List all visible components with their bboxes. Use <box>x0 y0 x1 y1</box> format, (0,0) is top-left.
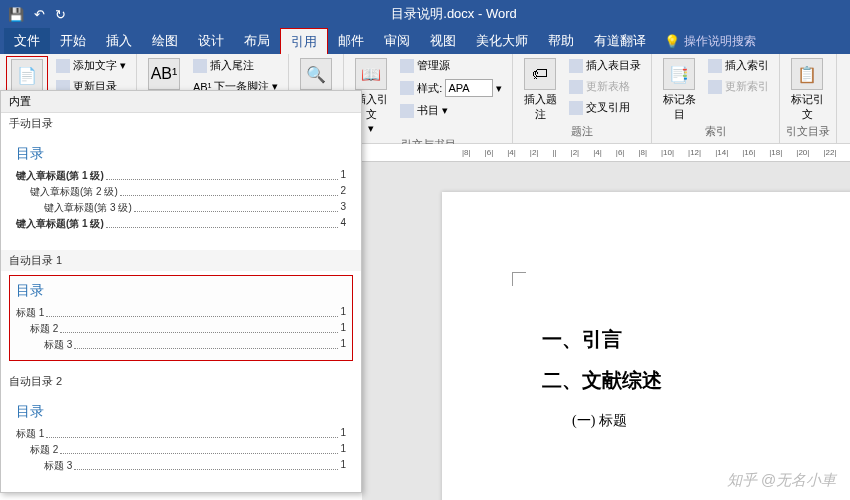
cross-reference-button[interactable]: 交叉引用 <box>565 98 645 117</box>
group-label-auth: 引文目录 <box>786 124 830 141</box>
auto-toc-2-label: 自动目录 2 <box>1 371 361 392</box>
doc-heading-1[interactable]: 一、引言 <box>542 326 850 353</box>
tell-me-label: 操作说明搜索 <box>684 33 756 50</box>
style-input[interactable] <box>445 79 493 97</box>
search-icon: 🔍 <box>300 58 332 90</box>
auto-toc-1-preview[interactable]: 目录 标题 11标题 21标题 31 <box>9 275 353 361</box>
save-icon[interactable]: 💾 <box>8 7 24 22</box>
group-label-caption: 题注 <box>519 124 645 141</box>
citation-style-select[interactable]: 样式: ▾ <box>396 77 506 99</box>
citation-icon: 📖 <box>355 58 387 90</box>
auth-icon: 📋 <box>791 58 823 90</box>
toc-line: 标题 11 <box>16 427 346 441</box>
title-bar: 💾 ↶ ↻ 目录说明.docx - Word <box>0 0 850 28</box>
tab-references[interactable]: 引用 <box>280 28 328 54</box>
update-table-button[interactable]: 更新表格 <box>565 77 645 96</box>
tab-beautify[interactable]: 美化大师 <box>466 28 538 54</box>
doc-heading-2[interactable]: 二、文献综述 <box>542 367 850 394</box>
manual-toc-preview[interactable]: 目录 键入章标题(第 1 级)1键入章标题(第 2 级)2键入章标题(第 3 级… <box>9 138 353 240</box>
update-index-icon <box>708 80 722 94</box>
update-tbl-icon <box>569 80 583 94</box>
toc-line: 标题 11 <box>16 306 346 320</box>
endnote-icon <box>193 59 207 73</box>
group-authorities: 📋 标记引文 引文目录 <box>780 54 837 143</box>
quick-access-toolbar: 💾 ↶ ↻ <box>8 7 66 22</box>
toc-line: 标题 21 <box>16 322 346 336</box>
tab-view[interactable]: 视图 <box>420 28 466 54</box>
toc-dropdown-panel: 内置 手动目录 目录 键入章标题(第 1 级)1键入章标题(第 2 级)2键入章… <box>0 90 362 493</box>
toc-line: 标题 31 <box>16 338 346 352</box>
doc-subheading[interactable]: (一) 标题 <box>572 412 850 430</box>
toc-line: 键入章标题(第 1 级)1 <box>16 169 346 183</box>
update-index-button[interactable]: 更新索引 <box>704 77 773 96</box>
tab-insert[interactable]: 插入 <box>96 28 142 54</box>
mark-citation-button[interactable]: 📋 标记引文 <box>786 56 828 124</box>
document-page[interactable]: 一、引言 二、文献综述 (一) 标题 <box>442 192 850 500</box>
auto-toc-2-preview[interactable]: 目录 标题 11标题 21标题 31 <box>9 396 353 482</box>
manage-sources-button[interactable]: 管理源 <box>396 56 506 75</box>
group-index: 📑 标记条目 插入索引 更新索引 索引 <box>652 54 780 143</box>
redo-icon[interactable]: ↻ <box>55 7 66 22</box>
insert-endnote-button[interactable]: 插入尾注 <box>189 56 282 75</box>
insert-caption-button[interactable]: 🏷 插入题注 <box>519 56 561 124</box>
auto-toc-1-label: 自动目录 1 <box>1 250 361 271</box>
insert-figure-toc-button[interactable]: 插入表目录 <box>565 56 645 75</box>
bibliography-button[interactable]: 书目 ▾ <box>396 101 506 120</box>
tab-draw[interactable]: 绘图 <box>142 28 188 54</box>
menu-bar: 文件 开始 插入 绘图 设计 布局 引用 邮件 审阅 视图 美化大师 帮助 有道… <box>0 28 850 54</box>
footnote-icon: AB¹ <box>148 58 180 90</box>
toc-heading: 目录 <box>16 403 346 421</box>
tab-layout[interactable]: 布局 <box>234 28 280 54</box>
tell-me-search[interactable]: 💡 操作说明搜索 <box>664 28 756 54</box>
tab-mailings[interactable]: 邮件 <box>328 28 374 54</box>
horizontal-ruler[interactable]: |8||6||4||2||||2||4||6||8||10||12||14||1… <box>362 144 850 162</box>
add-text-icon <box>56 59 70 73</box>
insert-index-button[interactable]: 插入索引 <box>704 56 773 75</box>
tab-help[interactable]: 帮助 <box>538 28 584 54</box>
group-label-index: 索引 <box>658 124 773 141</box>
tab-design[interactable]: 设计 <box>188 28 234 54</box>
mark-entry-button[interactable]: 📑 标记条目 <box>658 56 700 124</box>
biblio-icon <box>400 104 414 118</box>
manual-toc-label: 手动目录 <box>1 113 361 134</box>
index-icon: 📑 <box>663 58 695 90</box>
tab-review[interactable]: 审阅 <box>374 28 420 54</box>
group-captions: 🏷 插入题注 插入表目录 更新表格 交叉引用 题注 <box>513 54 652 143</box>
fig-toc-icon <box>569 59 583 73</box>
toc-line: 键入章标题(第 3 级)3 <box>16 201 346 215</box>
window-title: 目录说明.docx - Word <box>66 5 842 23</box>
tab-home[interactable]: 开始 <box>50 28 96 54</box>
tab-file[interactable]: 文件 <box>4 28 50 54</box>
dropdown-builtin-header: 内置 <box>1 91 361 113</box>
undo-icon[interactable]: ↶ <box>34 7 45 22</box>
toc-heading: 目录 <box>16 145 346 163</box>
add-text-button[interactable]: 添加文字 ▾ <box>52 56 130 75</box>
group-citations: 📖 插入引文▾ 管理源 样式: ▾ 书目 ▾ 引文与书目 <box>344 54 513 143</box>
bulb-icon: 💡 <box>664 34 680 49</box>
watermark: 知乎 @无名小車 <box>727 471 836 490</box>
tab-translate[interactable]: 有道翻译 <box>584 28 656 54</box>
crop-mark <box>512 272 526 286</box>
insert-index-icon <box>708 59 722 73</box>
toc-line: 键入章标题(第 2 级)2 <box>16 185 346 199</box>
toc-line: 标题 21 <box>16 443 346 457</box>
caption-icon: 🏷 <box>524 58 556 90</box>
toc-line: 标题 31 <box>16 459 346 473</box>
document-area: |8||6||4||2||||2||4||6||8||10||12||14||1… <box>362 144 850 500</box>
toc-icon: 📄 <box>11 59 43 91</box>
crossref-icon <box>569 101 583 115</box>
style-icon <box>400 81 414 95</box>
toc-heading: 目录 <box>16 282 346 300</box>
toc-line: 键入章标题(第 1 级)4 <box>16 217 346 231</box>
sources-icon <box>400 59 414 73</box>
